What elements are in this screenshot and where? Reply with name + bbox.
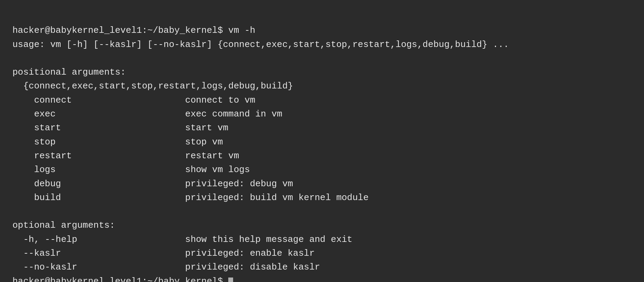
- cmd-exec: exec exec command in vm: [12, 109, 282, 119]
- terminal[interactable]: hacker@babykernel_level1:~/baby_kernel$ …: [0, 0, 644, 282]
- opt-no-kaslr: --no-kaslr privileged: disable kaslr: [12, 262, 320, 272]
- cmd-connect: connect connect to vm: [12, 95, 255, 105]
- opt-help: -h, --help show this help message and ex…: [12, 234, 352, 245]
- prompt-text: hacker@babykernel_level1:~/baby_kernel$: [12, 276, 228, 282]
- blank-line-2: [12, 206, 18, 217]
- cmd-build: build privileged: build vm kernel module: [12, 192, 369, 203]
- prompt-line-1: hacker@babykernel_level1:~/baby_kernel$ …: [12, 25, 255, 36]
- usage-line: usage: vm [-h] [--kaslr] [--no-kaslr] {c…: [12, 39, 509, 50]
- cursor: [228, 278, 233, 282]
- cmd-logs: logs show vm logs: [12, 164, 250, 175]
- prompt-line-2: hacker@babykernel_level1:~/baby_kernel$: [12, 276, 233, 282]
- cmd-stop: stop stop vm: [12, 137, 223, 147]
- cmd-debug: debug privileged: debug vm: [12, 179, 293, 189]
- optional-header: optional arguments:: [12, 220, 115, 231]
- blank-line-1: [12, 53, 18, 64]
- subcommands-label: {connect,exec,start,stop,restart,logs,de…: [12, 81, 293, 91]
- opt-kaslr: --kaslr privileged: enable kaslr: [12, 248, 315, 258]
- cmd-restart: restart restart vm: [12, 151, 239, 161]
- cmd-start: start start vm: [12, 123, 228, 133]
- positional-header: positional arguments:: [12, 67, 126, 77]
